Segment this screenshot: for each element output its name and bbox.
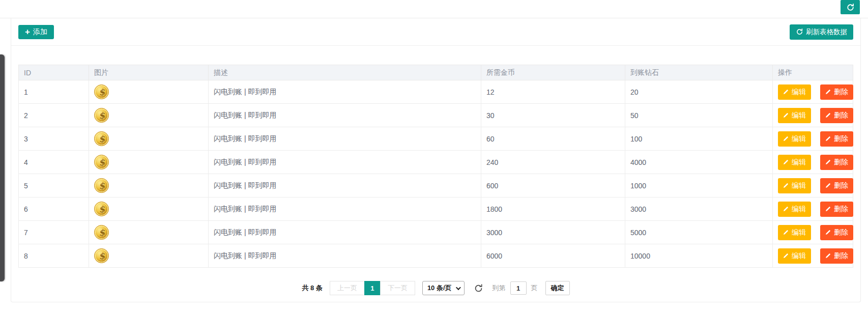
coin-image: $ bbox=[94, 225, 109, 240]
cell-image: $ bbox=[89, 221, 209, 244]
delete-button-label: 删除 bbox=[834, 205, 848, 214]
table-row: 7 $ 闪电到账 | 即到即用 3000 5000 编辑 删除 bbox=[19, 221, 853, 244]
content-card: + 添加 刷新表格数据 ID 图片 描述 所需金币 到账钻石 操作 bbox=[11, 18, 861, 302]
edit-button[interactable]: 编辑 bbox=[778, 248, 811, 264]
prev-page-button[interactable]: 上一页 bbox=[330, 281, 365, 295]
cell-coins: 600 bbox=[481, 174, 625, 197]
cell-coins: 12 bbox=[481, 80, 625, 104]
table-header-row: ID 图片 描述 所需金币 到账钻石 操作 bbox=[19, 65, 853, 80]
confirm-button[interactable]: 确定 bbox=[545, 281, 570, 295]
delete-button-label: 删除 bbox=[834, 251, 848, 261]
cell-image: $ bbox=[89, 151, 209, 174]
column-header-coins: 所需金币 bbox=[481, 65, 625, 80]
delete-button[interactable]: 删除 bbox=[820, 131, 853, 147]
add-button[interactable]: + 添加 bbox=[18, 25, 54, 39]
topbar-refresh-button[interactable] bbox=[841, 0, 860, 14]
coin-symbol: $ bbox=[98, 133, 105, 144]
cell-id: 7 bbox=[19, 221, 89, 244]
edit-button[interactable]: 编辑 bbox=[778, 155, 811, 170]
cell-image: $ bbox=[89, 104, 209, 127]
edit-button[interactable]: 编辑 bbox=[778, 108, 811, 123]
pencil-icon bbox=[783, 230, 789, 235]
edit-button[interactable]: 编辑 bbox=[778, 202, 811, 217]
cell-actions: 编辑 删除 bbox=[773, 127, 853, 151]
cell-coins: 6000 bbox=[481, 244, 625, 268]
cell-coins: 240 bbox=[481, 151, 625, 174]
pencil-icon bbox=[825, 89, 831, 95]
cell-actions: 编辑 删除 bbox=[773, 151, 853, 174]
page-size-select[interactable]: 10 条/页 bbox=[422, 281, 465, 295]
pagination-total: 共 8 条 bbox=[302, 283, 322, 293]
coin-image: $ bbox=[94, 131, 109, 146]
delete-button-label: 删除 bbox=[834, 88, 848, 97]
coin-image: $ bbox=[94, 248, 109, 263]
coin-symbol: $ bbox=[98, 110, 105, 121]
next-page-button[interactable]: 下一页 bbox=[380, 281, 415, 295]
coin-symbol: $ bbox=[98, 227, 105, 238]
pencil-icon bbox=[825, 253, 831, 259]
goto-label: 到第 bbox=[493, 283, 506, 293]
coin-symbol: $ bbox=[98, 204, 105, 214]
edit-button[interactable]: 编辑 bbox=[778, 225, 811, 240]
cell-description: 闪电到账 | 即到即用 bbox=[209, 244, 481, 268]
delete-button[interactable]: 删除 bbox=[820, 178, 853, 193]
cell-diamonds: 1000 bbox=[625, 174, 773, 197]
table-row: 1 $ 闪电到账 | 即到即用 12 20 编辑 删除 bbox=[19, 80, 853, 104]
pencil-icon bbox=[783, 206, 789, 212]
cell-id: 2 bbox=[19, 104, 89, 127]
delete-button[interactable]: 删除 bbox=[820, 202, 853, 217]
table-row: 4 $ 闪电到账 | 即到即用 240 4000 编辑 删除 bbox=[19, 151, 853, 174]
edit-button-label: 编辑 bbox=[792, 228, 806, 237]
cell-actions: 编辑 删除 bbox=[773, 221, 853, 244]
pager-group: 上一页 1 下一页 bbox=[330, 281, 415, 295]
pencil-icon bbox=[783, 159, 789, 165]
pencil-icon bbox=[825, 206, 831, 212]
add-button-label: 添加 bbox=[33, 27, 47, 37]
cell-id: 1 bbox=[19, 80, 89, 104]
topbar bbox=[0, 0, 868, 18]
edit-button[interactable]: 编辑 bbox=[778, 84, 811, 100]
table-row: 6 $ 闪电到账 | 即到即用 1800 3000 编辑 删除 bbox=[19, 197, 853, 221]
cell-description: 闪电到账 | 即到即用 bbox=[209, 197, 481, 221]
coin-symbol: $ bbox=[98, 87, 105, 97]
delete-button[interactable]: 删除 bbox=[820, 155, 853, 170]
pencil-icon bbox=[783, 253, 789, 259]
refresh-table-button[interactable]: 刷新表格数据 bbox=[790, 24, 853, 40]
refresh-table-button-label: 刷新表格数据 bbox=[806, 27, 847, 37]
table-toolbar: + 添加 刷新表格数据 bbox=[11, 18, 860, 46]
column-header-id: ID bbox=[19, 65, 89, 80]
pencil-icon bbox=[825, 136, 831, 141]
column-header-diamonds: 到账钻石 bbox=[625, 65, 773, 80]
table-row: 2 $ 闪电到账 | 即到即用 30 50 编辑 删除 bbox=[19, 104, 853, 127]
edit-button-label: 编辑 bbox=[792, 158, 806, 167]
delete-button[interactable]: 删除 bbox=[820, 108, 853, 123]
edit-button-label: 编辑 bbox=[792, 88, 806, 97]
side-drawer-handle[interactable] bbox=[0, 54, 5, 281]
delete-button[interactable]: 删除 bbox=[820, 225, 853, 240]
coin-image: $ bbox=[94, 178, 109, 193]
edit-button[interactable]: 编辑 bbox=[778, 131, 811, 147]
table-body: 1 $ 闪电到账 | 即到即用 12 20 编辑 删除 2 $ 闪电到账 | 即… bbox=[19, 80, 853, 268]
delete-button-label: 删除 bbox=[834, 158, 848, 167]
cell-description: 闪电到账 | 即到即用 bbox=[209, 104, 481, 127]
pencil-icon bbox=[783, 136, 789, 141]
cell-coins: 1800 bbox=[481, 197, 625, 221]
goto-page-input[interactable] bbox=[510, 281, 527, 295]
cell-actions: 编辑 删除 bbox=[773, 244, 853, 268]
edit-button[interactable]: 编辑 bbox=[778, 178, 811, 193]
current-page-button[interactable]: 1 bbox=[364, 281, 381, 295]
delete-button[interactable]: 删除 bbox=[820, 248, 853, 264]
delete-button[interactable]: 删除 bbox=[820, 84, 853, 100]
cell-image: $ bbox=[89, 174, 209, 197]
cell-diamonds: 20 bbox=[625, 80, 773, 104]
pagination-refresh-button[interactable] bbox=[474, 283, 483, 293]
cell-id: 6 bbox=[19, 197, 89, 221]
delete-button-label: 删除 bbox=[834, 228, 848, 237]
cell-image: $ bbox=[89, 127, 209, 151]
edit-button-label: 编辑 bbox=[792, 111, 806, 120]
cell-coins: 30 bbox=[481, 104, 625, 127]
table-row: 3 $ 闪电到账 | 即到即用 60 100 编辑 删除 bbox=[19, 127, 853, 151]
cell-image: $ bbox=[89, 197, 209, 221]
cell-diamonds: 3000 bbox=[625, 197, 773, 221]
cell-description: 闪电到账 | 即到即用 bbox=[209, 127, 481, 151]
